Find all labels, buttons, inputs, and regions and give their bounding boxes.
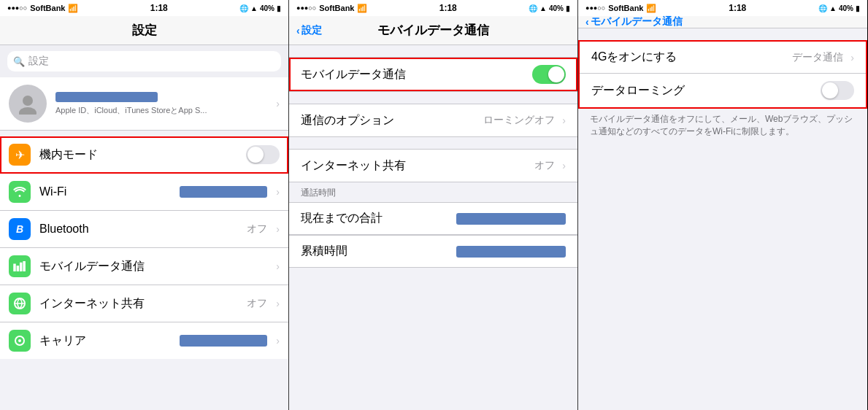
- time-2: 1:18: [439, 3, 457, 13]
- call-time-section: 通話時間 現在までの合計 累積時間: [289, 182, 577, 268]
- internet-label-2: インターネット共有: [301, 158, 527, 174]
- settings-item-airplane[interactable]: ✈ 機内モード: [0, 136, 288, 174]
- mobile-data-label: モバイルデータ通信: [301, 67, 525, 82]
- carrier-signal-1: ●●●○○ SoftBank 📶: [7, 4, 78, 13]
- options-label: 通信のオプション: [301, 113, 476, 128]
- airplane-toggle-knob: [247, 147, 264, 163]
- time-3: 1:18: [729, 3, 746, 13]
- back-chevron-3: ‹: [585, 16, 589, 28]
- wifi-icon: [9, 181, 31, 203]
- options-chevron: ›: [562, 115, 566, 126]
- internet-label: インターネット共有: [39, 296, 238, 312]
- back-button-2[interactable]: ‹ 設定: [296, 24, 322, 37]
- call-section-header: 通話時間: [289, 182, 577, 202]
- time-1: 1:18: [150, 3, 168, 13]
- roaming-toggle[interactable]: [821, 81, 854, 100]
- options-value: ローミングオフ: [483, 114, 555, 127]
- settings-item-4g[interactable]: 4Gをオンにする データ通信 ›: [580, 42, 866, 74]
- internet-chevron-2: ›: [562, 160, 566, 171]
- call-total-label: 現在までの合計: [301, 211, 449, 226]
- roaming-toggle-knob: [822, 82, 838, 98]
- svg-rect-5: [23, 261, 26, 271]
- 4g-value: データ通信: [792, 51, 843, 64]
- back-label-3: モバイルデータ通信: [591, 15, 683, 28]
- screen3: ●●●○○ SoftBank 📶 1:18 🌐▲ 40%▮ ‹ モバイルデータ通…: [578, 0, 867, 410]
- battery-3: 40%: [839, 4, 853, 12]
- internet-icon: [9, 293, 31, 314]
- call-time-total: 現在までの合計: [289, 203, 577, 235]
- bluetooth-value: オフ: [247, 223, 267, 236]
- profile-section[interactable]: Apple ID、iCloud、iTunes StoreとApp S... ›: [0, 77, 288, 131]
- avatar: [9, 85, 47, 123]
- profile-info: Apple ID、iCloud、iTunes StoreとApp S...: [55, 92, 267, 116]
- bluetooth-chevron: ›: [276, 223, 280, 235]
- internet-value-2: オフ: [534, 159, 555, 172]
- settings-item-internet-2[interactable]: インターネット共有 オフ ›: [289, 150, 577, 182]
- status-bar-3: ●●●○○ SoftBank 📶 1:18 🌐▲ 40%▮: [578, 0, 867, 16]
- settings-item-carrier[interactable]: キャリア ›: [0, 322, 288, 359]
- 4g-label: 4Gをオンにする: [591, 50, 785, 65]
- screen1: ●●●○○ SoftBank 📶 1:18 🌐 ▲ 40% ▮ 設定 🔍 設定 …: [0, 0, 289, 410]
- settings-item-options[interactable]: 通信のオプション ローミングオフ ›: [289, 104, 577, 136]
- settings-item-bluetooth[interactable]: B Bluetooth オフ ›: [0, 211, 288, 248]
- bluetooth-label: Bluetooth: [39, 223, 238, 236]
- nav-title-1: 設定: [0, 16, 288, 45]
- wifi-value-bar: [180, 186, 267, 198]
- airplane-label: 機内モード: [39, 147, 237, 163]
- settings-item-roaming[interactable]: データローミング: [580, 74, 866, 107]
- battery-2: 40%: [549, 4, 564, 12]
- search-container: 🔍 設定: [0, 45, 288, 77]
- carrier-signal-3: ●●●○○ SoftBank 📶: [585, 4, 656, 13]
- svg-rect-3: [17, 266, 20, 271]
- mobile-data-toggle[interactable]: [532, 65, 566, 84]
- carrier-signal-2: ●●●○○ SoftBank 📶: [296, 4, 367, 13]
- call-total-bar: [456, 213, 566, 225]
- bluetooth-icon: B: [9, 218, 31, 240]
- profile-chevron: ›: [276, 98, 280, 109]
- carrier-icon: [9, 330, 31, 352]
- nav-title-2: モバイルデータ通信: [298, 22, 569, 39]
- internet-section-2: インターネット共有 オフ ›: [289, 149, 577, 182]
- wifi-label: Wi-Fi: [39, 185, 171, 198]
- carrier-3: SoftBank: [608, 4, 643, 12]
- svg-point-1: [19, 107, 37, 115]
- carrier-label: キャリア: [39, 333, 171, 349]
- call-cumulative-bar: [456, 246, 566, 258]
- search-bar[interactable]: 🔍 設定: [7, 51, 281, 71]
- carrier-value-bar: [180, 335, 267, 347]
- profile-sub: Apple ID、iCloud、iTunes StoreとApp S...: [55, 105, 267, 116]
- carrier-1: SoftBank: [30, 4, 65, 12]
- battery-1: 40%: [260, 4, 274, 12]
- description-text: モバイルデータ通信をオフにして、メール、Webブラウズ、プッシュ通知などのすべて…: [578, 109, 867, 142]
- cellular-label: モバイルデータ通信: [39, 259, 267, 274]
- settings-item-mobile-data[interactable]: モバイルデータ通信: [289, 58, 577, 91]
- svg-point-7: [18, 339, 21, 342]
- screen2: ●●●○○ SoftBank 📶 1:18 🌐▲ 40%▮ ‹ 設定 モバイルデ…: [289, 0, 578, 410]
- status-bar-2: ●●●○○ SoftBank 📶 1:18 🌐▲ 40%▮: [289, 0, 577, 16]
- back-button-3[interactable]: ‹ モバイルデータ通信: [585, 15, 683, 28]
- svg-point-0: [23, 96, 33, 106]
- mobile-data-section: モバイルデータ通信: [289, 57, 577, 92]
- call-time-cumulative: 累積時間: [289, 235, 577, 267]
- settings-item-wifi[interactable]: Wi-Fi ›: [0, 174, 288, 211]
- nav-bar-3: ‹ モバイルデータ通信: [578, 16, 867, 28]
- airplane-toggle[interactable]: [246, 145, 280, 164]
- 4g-chevron: ›: [850, 52, 854, 63]
- cellular-icon: [9, 255, 31, 277]
- settings-section-1: ✈ 機内モード Wi-Fi › B Bluetooth オフ ›: [0, 136, 288, 359]
- back-label-2: 設定: [302, 24, 322, 37]
- search-placeholder: 設定: [28, 55, 49, 68]
- svg-rect-2: [13, 264, 16, 272]
- call-time-items: 現在までの合計 累積時間: [289, 202, 577, 268]
- back-chevron-2: ‹: [296, 25, 300, 36]
- battery-area-1: 🌐 ▲ 40% ▮: [239, 4, 281, 12]
- battery-area-3: 🌐▲ 40%▮: [818, 4, 860, 12]
- battery-area-2: 🌐▲ 40%▮: [529, 4, 570, 12]
- roaming-label: データローミング: [591, 83, 813, 98]
- search-icon: 🔍: [13, 56, 25, 67]
- carrier-chevron: ›: [276, 335, 280, 347]
- settings-item-internet[interactable]: インターネット共有 オフ ›: [0, 285, 288, 322]
- cellular-chevron: ›: [276, 260, 280, 272]
- call-cumulative-label: 累積時間: [301, 244, 449, 259]
- settings-item-cellular[interactable]: モバイルデータ通信 ›: [0, 248, 288, 285]
